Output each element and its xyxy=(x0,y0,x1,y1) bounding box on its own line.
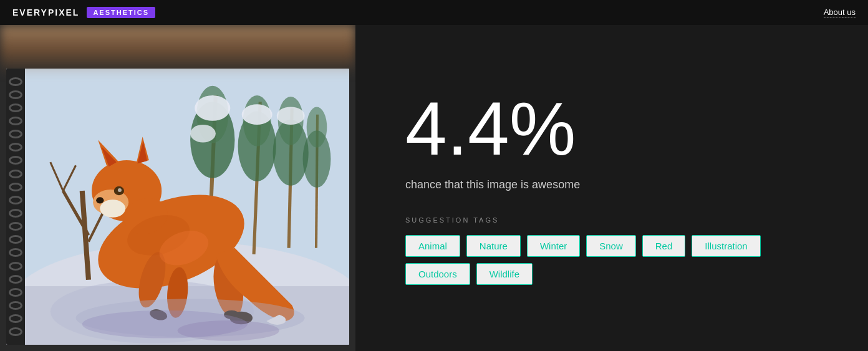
header: EVERYPIXEL AESTHETICS About us xyxy=(0,0,868,25)
spiral-ring xyxy=(9,103,22,112)
about-us-link[interactable]: About us xyxy=(824,7,856,17)
score-description: chance that this image is awesome xyxy=(405,178,818,191)
notebook-binding xyxy=(6,69,25,345)
spiral-ring xyxy=(9,301,22,310)
spiral-ring xyxy=(9,156,22,165)
spiral-ring xyxy=(9,275,22,284)
svg-point-8 xyxy=(190,125,216,143)
spiral-ring xyxy=(9,235,22,244)
tag-button[interactable]: Animal xyxy=(405,235,460,257)
svg-point-36 xyxy=(118,188,122,192)
fox-illustration xyxy=(25,69,349,345)
spiral-ring xyxy=(9,288,22,297)
svg-point-16 xyxy=(277,107,305,125)
tag-button[interactable]: Snow xyxy=(586,235,636,257)
spiral-ring xyxy=(9,196,22,204)
tag-button[interactable]: Outdoors xyxy=(405,263,470,285)
spiral-ring xyxy=(9,117,22,125)
suggestion-tags-label: SUGGESTION TAGS xyxy=(405,216,818,224)
svg-point-7 xyxy=(195,95,230,121)
tag-button[interactable]: Nature xyxy=(466,235,521,257)
uploaded-image-container xyxy=(6,69,349,345)
svg-point-12 xyxy=(242,104,272,125)
spiral-ring xyxy=(9,222,22,231)
svg-point-30 xyxy=(100,200,125,218)
spiral-ring xyxy=(9,143,22,151)
svg-point-37 xyxy=(96,197,104,203)
spiral-ring xyxy=(9,170,22,178)
spiral-ring xyxy=(9,248,22,257)
spiral-ring xyxy=(9,183,22,191)
tag-button[interactable]: Illustration xyxy=(692,235,760,257)
spiral-ring xyxy=(9,90,22,99)
svg-point-19 xyxy=(307,107,327,147)
logo: EVERYPIXEL xyxy=(12,7,79,17)
image-panel xyxy=(0,25,355,351)
fox-painting xyxy=(6,69,349,345)
spiral-ring xyxy=(9,130,22,138)
aesthetics-badge: AESTHETICS xyxy=(87,7,155,18)
tag-button[interactable]: Red xyxy=(642,235,686,257)
svg-point-49 xyxy=(178,320,279,341)
spiral-ring xyxy=(9,314,22,323)
tag-button[interactable]: Winter xyxy=(527,235,580,257)
info-panel: 4.4% chance that this image is awesome S… xyxy=(355,25,868,351)
spiral-ring xyxy=(9,327,22,336)
spiral-ring xyxy=(9,77,22,86)
spiral-ring xyxy=(9,262,22,271)
score-display: 4.4% xyxy=(405,91,818,166)
tags-container: AnimalNatureWinterSnowRedIllustrationOut… xyxy=(405,235,818,285)
main-content: 4.4% chance that this image is awesome S… xyxy=(0,25,868,351)
blur-overlay xyxy=(0,25,355,75)
tag-button[interactable]: Wildlife xyxy=(476,263,533,285)
spiral-ring xyxy=(9,209,22,218)
